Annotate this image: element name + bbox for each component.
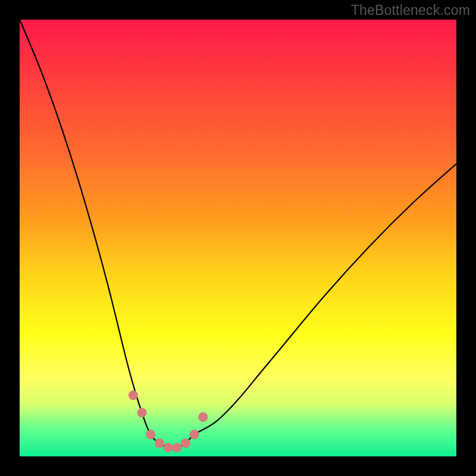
marker-dot [172, 443, 181, 452]
marker-dot [190, 430, 199, 439]
plot-area [20, 20, 456, 456]
marker-dot [198, 412, 208, 422]
marker-dot [137, 408, 147, 418]
watermark-text: TheBottleneck.com [351, 2, 470, 18]
marker-dot [164, 443, 173, 452]
chart-frame: TheBottleneck.com [0, 0, 476, 476]
marker-dot [181, 439, 190, 448]
marker-dot [155, 439, 164, 448]
highlight-markers [129, 390, 208, 452]
curve-layer [20, 20, 456, 456]
marker-dot [129, 390, 138, 400]
bottleneck-curve [20, 20, 456, 448]
marker-dot [146, 430, 155, 439]
